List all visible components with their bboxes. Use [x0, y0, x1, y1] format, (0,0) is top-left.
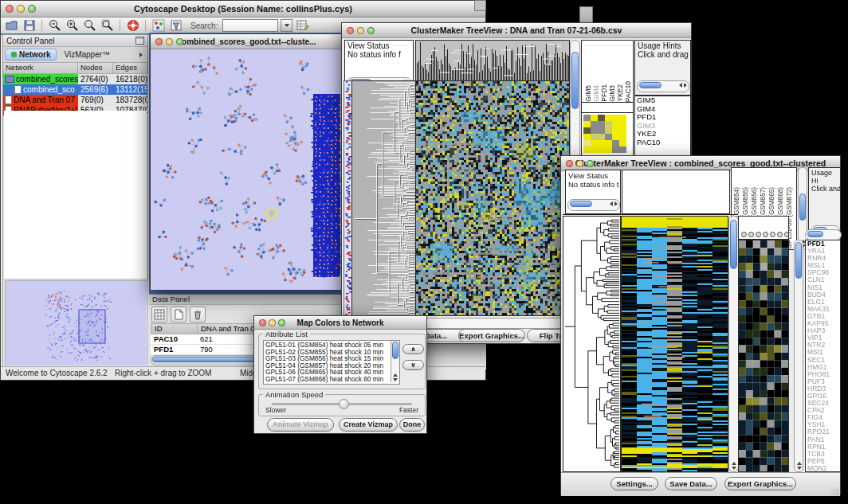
help-lifering-icon[interactable] — [125, 18, 140, 33]
new-attribute-icon[interactable] — [171, 307, 186, 322]
tv1-column-label[interactable]: PAC10 — [624, 81, 632, 102]
tv1-button[interactable]: Export Graphics... — [458, 329, 525, 342]
zoom-window-button[interactable] — [278, 319, 285, 326]
scroll-up-icon[interactable] — [732, 462, 736, 465]
minimize-button[interactable] — [576, 160, 583, 167]
scroll-right-icon[interactable] — [614, 201, 618, 206]
open-file-button[interactable] — [4, 18, 19, 33]
tv2-button[interactable]: Settings... — [610, 477, 658, 490]
network-table-row[interactable]: combined_scores2764(0)16218(0) — [3, 74, 147, 84]
network-overview-thumbnail[interactable] — [6, 281, 147, 365]
minimize-button[interactable] — [17, 5, 25, 13]
zoom-window-button[interactable] — [28, 5, 36, 13]
tv1-row-label[interactable]: GIM5 — [635, 96, 690, 105]
scrollbar-thumb[interactable] — [807, 231, 823, 237]
close-button[interactable] — [6, 5, 14, 13]
treeview1-titlebar[interactable]: ClusterMaker TreeView : DNA and Tran 07-… — [342, 23, 691, 38]
scroll-right-icon[interactable] — [684, 83, 687, 88]
tv1-column-label[interactable]: YKE2 — [616, 84, 624, 102]
close-button[interactable] — [259, 319, 266, 326]
column-nodes[interactable]: Nodes — [78, 63, 113, 73]
tv1-row-label[interactable]: YKE2 — [635, 130, 690, 139]
dialog-titlebar[interactable]: Map Colors to Network — [254, 316, 426, 330]
search-input[interactable] — [222, 19, 278, 32]
select-attributes-icon[interactable] — [151, 307, 167, 322]
close-button[interactable] — [347, 27, 354, 34]
tab-vizmapper[interactable]: VizMapper™ — [58, 49, 116, 60]
attr-column-id[interactable]: ID — [151, 324, 198, 334]
minimize-button[interactable] — [357, 27, 364, 34]
tv2-detail-heatmap[interactable] — [738, 240, 789, 472]
close-button[interactable] — [155, 38, 163, 45]
tab-overflow-icon[interactable] — [139, 53, 143, 57]
tv1-heatmap[interactable] — [415, 80, 570, 316]
scrollbar-thumb[interactable] — [392, 342, 398, 359]
attribute-list-item[interactable]: GPL51-07 (GSM868) heat shock 60 min — [264, 376, 391, 383]
usage-hints-scrollbar[interactable] — [637, 80, 689, 92]
delete-attribute-trash-icon[interactable] — [190, 307, 206, 322]
scrollbar-thumb[interactable] — [639, 82, 662, 88]
dialog-button[interactable]: Done — [399, 418, 425, 432]
tab-network[interactable]: Network — [5, 49, 57, 61]
scroll-down-icon[interactable] — [797, 467, 802, 470]
tv1-column-label[interactable]: GIM4 — [592, 85, 600, 102]
attribute-list[interactable]: GPL51-01 (GSM854) heat shock 05 minGPL51… — [263, 340, 400, 385]
tv2-button[interactable]: Save Data... — [665, 477, 717, 490]
tv2-heatmap[interactable] — [621, 216, 728, 472]
resize-grip[interactable] — [831, 487, 839, 495]
column-edges[interactable]: Edges — [113, 63, 147, 73]
zoom-selected-icon[interactable] — [100, 18, 115, 33]
scrollbar-thumb[interactable] — [730, 220, 737, 269]
gene-label[interactable]: MON2 — [806, 465, 840, 472]
dialog-button[interactable]: Create Vizmap — [339, 418, 398, 432]
tv1-column-label[interactable]: PFD1 — [600, 84, 608, 102]
scroll-down-icon[interactable] — [393, 378, 398, 381]
tv1-row-label[interactable]: PAC10 — [635, 139, 690, 147]
tv2-button[interactable]: Export Graphics... — [724, 477, 796, 490]
scroll-up-icon[interactable] — [393, 373, 398, 377]
network-view-titlebar[interactable]: combined_scores_good.txt--cluste... — [151, 34, 343, 49]
tv1-column-label[interactable]: GIM3 — [608, 85, 616, 102]
attribute-list-scrollbar[interactable] — [391, 341, 399, 382]
scrollbar-thumb[interactable] — [799, 193, 806, 221]
float-panel-icon[interactable] — [135, 37, 144, 45]
slider-thumb[interactable] — [339, 399, 349, 409]
view-status-scrollbar[interactable] — [567, 199, 620, 211]
network-view-canvas[interactable] — [151, 49, 343, 290]
close-button[interactable] — [566, 160, 573, 167]
scrollbar-thumb[interactable] — [570, 201, 592, 207]
tv1-correlation-mini-heatmap[interactable] — [583, 115, 626, 153]
scrollbar-thumb[interactable] — [571, 52, 579, 109]
tv2-row-dendrogram[interactable] — [563, 216, 621, 472]
scrollbar-thumb[interactable] — [795, 242, 802, 279]
scroll-down-icon[interactable] — [732, 467, 736, 470]
column-network[interactable]: Network — [3, 63, 78, 73]
zoom-window-button[interactable] — [587, 160, 594, 167]
zoom-window-button[interactable] — [367, 27, 375, 34]
tv2-detail-scrollbar[interactable] — [794, 240, 803, 472]
zoom-out-icon[interactable] — [47, 18, 62, 33]
save-button[interactable] — [22, 18, 37, 33]
minimize-button[interactable] — [269, 319, 276, 326]
attribute-browser-icon[interactable] — [295, 18, 310, 33]
tv1-row-label[interactable]: PFD1 — [635, 113, 690, 122]
annotation-icon[interactable] — [168, 18, 183, 33]
vizmapper-icon[interactable] — [151, 18, 166, 33]
minimize-button[interactable] — [166, 38, 173, 45]
scroll-up-icon[interactable] — [797, 462, 802, 465]
move-up-button[interactable]: ∧ — [402, 344, 424, 354]
zoom-in-icon[interactable] — [65, 18, 80, 33]
scroll-left-icon[interactable] — [679, 83, 682, 88]
tv1-row-dendrogram[interactable] — [351, 80, 416, 316]
zoom-window-button[interactable] — [176, 38, 183, 45]
tv1-column-label[interactable]: GIM5 — [584, 85, 592, 102]
move-down-button[interactable]: ∨ — [402, 360, 424, 370]
tv2-gene-list-scrollbar[interactable] — [805, 229, 842, 240]
tv2-column-dendrogram[interactable] — [622, 170, 730, 214]
cytoscape-titlebar[interactable]: Cytoscape Desktop (Session Name: collins… — [1, 1, 485, 18]
scroll-left-icon[interactable] — [610, 201, 613, 206]
zoom-fit-icon[interactable] — [82, 18, 97, 33]
tv1-column-dendrogram[interactable] — [415, 40, 570, 81]
search-dropdown-button[interactable] — [281, 19, 292, 32]
network-table-row[interactable]: DNA and Tran 07769(0)183728(0) — [3, 95, 147, 105]
